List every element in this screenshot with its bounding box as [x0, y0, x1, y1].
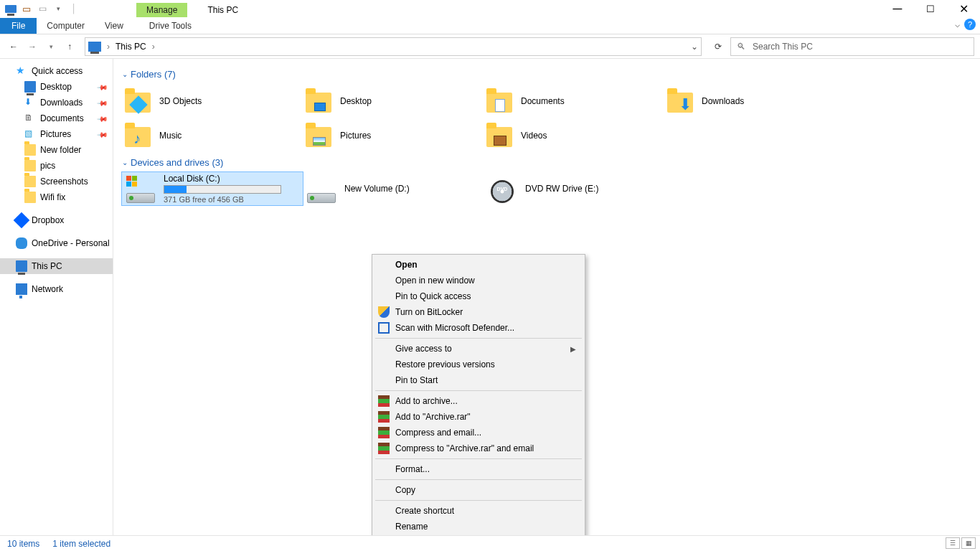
- drive-icon: [123, 174, 158, 203]
- tab-computer[interactable]: Computer: [37, 18, 95, 34]
- menu-open-new-window[interactable]: Open in new window: [374, 273, 583, 288]
- menu-bitlocker[interactable]: Turn on BitLocker: [374, 304, 583, 320]
- drive-dvd-e[interactable]: DVD RW Drive (E:): [484, 172, 664, 205]
- folder-3d-objects[interactable]: 3D Objects: [122, 84, 303, 118]
- sidebar-newfolder[interactable]: New folder: [0, 142, 113, 158]
- menu-rename[interactable]: Rename: [374, 519, 583, 534]
- menu-copy[interactable]: Copy: [374, 482, 583, 498]
- sidebar-pics[interactable]: pics: [0, 158, 113, 174]
- menu-separator: [375, 458, 582, 459]
- drive-label: DVD RW Drive (E:): [525, 184, 598, 194]
- folder-icon: [485, 121, 514, 150]
- status-item-count: 10 items: [7, 539, 39, 549]
- search-placeholder: Search This PC: [753, 42, 813, 52]
- workspace: ★Quick access Desktop📌 ⬇Downloads📌 🗎Docu…: [0, 59, 980, 535]
- menu-restore-versions[interactable]: Restore previous versions: [374, 357, 583, 372]
- folder-icon: [304, 121, 333, 150]
- drive-free-text: 371 GB free of 456 GB: [164, 195, 281, 204]
- menu-compress-rar-email[interactable]: Compress to "Archive.rar" and email: [374, 441, 583, 456]
- menu-compress-email[interactable]: Compress and email...: [374, 425, 583, 441]
- folder-videos[interactable]: Videos: [484, 118, 664, 153]
- qat-dropdown-icon[interactable]: ▾: [50, 1, 66, 17]
- section-drives[interactable]: ⌄Devices and drives (3): [122, 157, 971, 168]
- breadcrumb-thispc[interactable]: This PC: [111, 42, 151, 52]
- menu-add-archive-rar[interactable]: Add to "Archive.rar": [374, 409, 583, 425]
- folder-icon: ♪: [123, 121, 152, 150]
- address-dropdown-icon[interactable]: ⌄: [691, 42, 698, 52]
- sidebar-downloads[interactable]: ⬇Downloads📌: [0, 95, 113, 110]
- minimize-button[interactable]: ─: [881, 0, 914, 17]
- folder-icon: [304, 87, 333, 116]
- nav-up-button[interactable]: ↑: [62, 39, 77, 55]
- status-selection-count: 1 item selected: [52, 539, 110, 549]
- qat-properties-icon[interactable]: ▭: [19, 1, 34, 17]
- status-bar: 10 items 1 item selected ☰ ▦: [0, 535, 980, 551]
- menu-separator: [375, 500, 582, 501]
- menu-pin-start[interactable]: Pin to Start: [374, 372, 583, 388]
- address-bar[interactable]: › This PC › ⌄: [85, 37, 702, 56]
- folder-desktop[interactable]: Desktop: [303, 84, 484, 118]
- defender-icon: [378, 322, 390, 334]
- menu-separator: [375, 479, 582, 480]
- sidebar-network[interactable]: Network: [0, 281, 113, 297]
- tab-view[interactable]: View: [95, 18, 133, 34]
- nav-back-button[interactable]: ←: [6, 39, 22, 55]
- drive-new-volume-d[interactable]: New Volume (D:): [303, 172, 484, 205]
- downloads-icon: ⬇: [24, 97, 36, 108]
- maximize-button[interactable]: ☐: [914, 0, 947, 17]
- sidebar-thispc[interactable]: This PC: [0, 258, 113, 274]
- sidebar-quick-access[interactable]: ★Quick access: [0, 63, 113, 79]
- view-details-button[interactable]: ☰: [946, 537, 960, 549]
- sidebar-dropbox[interactable]: Dropbox: [0, 212, 113, 228]
- menu-defender-scan[interactable]: Scan with Microsoft Defender...: [374, 320, 583, 336]
- qat-separator: │: [66, 1, 82, 17]
- breadcrumb-sep[interactable]: ›: [151, 42, 156, 52]
- menu-pin-quick-access[interactable]: Pin to Quick access: [374, 288, 583, 304]
- content-pane: ⌄Folders (7) 3D Objects Desktop Document…: [113, 59, 980, 535]
- folder-music[interactable]: ♪Music: [122, 118, 303, 153]
- sidebar-desktop[interactable]: Desktop📌: [0, 79, 113, 95]
- folder-icon: [24, 192, 36, 203]
- onedrive-icon: [16, 237, 27, 249]
- qat-newfolder-icon[interactable]: ▭: [34, 1, 50, 17]
- sidebar-wififix[interactable]: Wifi fix: [0, 189, 113, 205]
- folder-icon: [123, 87, 152, 116]
- menu-open[interactable]: Open: [374, 257, 583, 273]
- breadcrumb-sep[interactable]: ›: [105, 42, 111, 52]
- section-folders[interactable]: ⌄Folders (7): [122, 69, 971, 80]
- thispc-icon: [88, 42, 101, 52]
- folder-icon: [485, 87, 514, 116]
- sidebar-pictures[interactable]: ▧Pictures📌: [0, 126, 113, 142]
- pin-icon: 📌: [97, 97, 108, 108]
- menu-create-shortcut[interactable]: Create shortcut: [374, 503, 583, 519]
- close-button[interactable]: ✕: [947, 0, 980, 17]
- window-title: This PC: [202, 3, 244, 17]
- tab-drive-tools[interactable]: Drive Tools: [139, 18, 202, 34]
- nav-history-dropdown[interactable]: ▾: [43, 39, 59, 55]
- pin-icon: 📌: [97, 113, 108, 124]
- menu-format[interactable]: Format...: [374, 461, 583, 477]
- view-large-icons-button[interactable]: ▦: [961, 537, 976, 549]
- desktop-icon: [24, 81, 36, 93]
- sidebar-onedrive[interactable]: OneDrive - Personal: [0, 235, 113, 251]
- drive-local-c[interactable]: Local Disk (C:) 371 GB free of 456 GB: [122, 172, 303, 205]
- menu-give-access[interactable]: Give access to▶: [374, 341, 583, 357]
- sidebar-screenshots[interactable]: Screenshots: [0, 174, 113, 189]
- folder-downloads[interactable]: ⬇Downloads: [664, 84, 845, 118]
- help-icon[interactable]: ?: [964, 19, 976, 30]
- navigation-pane: ★Quick access Desktop📌 ⬇Downloads📌 🗎Docu…: [0, 59, 113, 535]
- tab-file[interactable]: File: [0, 18, 37, 34]
- winrar-icon: [378, 443, 390, 454]
- ribbon-collapse-icon[interactable]: ⌵: [955, 19, 960, 29]
- sidebar-documents[interactable]: 🗎Documents📌: [0, 110, 113, 126]
- folder-documents[interactable]: Documents: [484, 84, 664, 118]
- menu-add-archive[interactable]: Add to archive...: [374, 393, 583, 409]
- shield-icon: [378, 306, 390, 318]
- contextual-tab-manage[interactable]: Manage: [136, 3, 187, 17]
- nav-forward-button[interactable]: →: [24, 39, 40, 55]
- folder-icon: [24, 160, 36, 171]
- refresh-button[interactable]: ⟳: [709, 37, 727, 56]
- folder-pictures[interactable]: Pictures: [303, 118, 484, 153]
- search-box[interactable]: 🔍︎ Search This PC: [730, 37, 974, 56]
- winrar-icon: [378, 395, 390, 407]
